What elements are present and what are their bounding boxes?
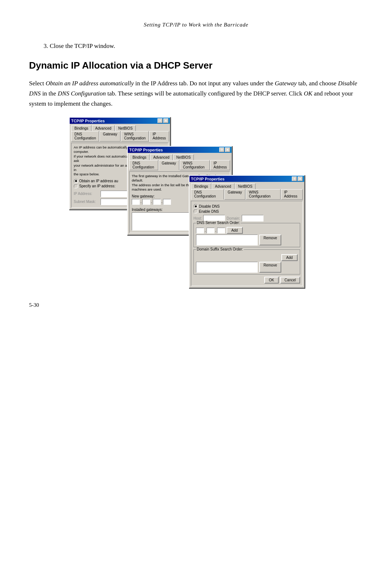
dialog3-body: Bindings Advanced NetBIOS DNS Configurat… [189,182,304,288]
radio-obtain-label: Obtain an IP address au [79,179,118,183]
dialog-dns: TCP/IP Properties ? ✕ Bindings Advanced … [189,175,305,288]
radio-specify-label: Specify an IP address: [79,184,115,188]
gateway-octet2[interactable] [142,199,150,205]
radio-obtain-dot [74,179,78,183]
tab-gateway-3[interactable]: Gateway [224,189,245,200]
dialog2-controls: ? ✕ [219,147,230,152]
dns-octet2[interactable] [207,228,215,233]
gateway-octet3[interactable] [153,199,161,205]
dialog3-controls: ? ✕ [292,176,303,181]
radio-enable-label: Enable DNS [199,209,219,213]
dialog3-tab-row2: DNS Configuration Gateway WINS Configura… [191,189,303,200]
domain-list-row: Remove [196,262,298,273]
host-label: Host: [193,216,202,220]
domain-label: Domain: [226,216,240,220]
subnet-mask-input[interactable] [101,199,130,205]
tab-ip-address-3[interactable]: IP Address [281,189,303,200]
dialog3-tabs: Bindings Advanced NetBIOS DNS Configurat… [191,183,303,199]
dialog1-tab-row2: DNS Configuration Gateway WINS Configura… [71,131,168,142]
tab-advanced-1[interactable]: Advanced [92,125,114,131]
ok-button[interactable]: OK [264,277,279,284]
dialog3-buttons: OK Cancel [193,277,300,284]
dialogs-container: TCP/IP Properties ? ✕ Bindings Advanced … [69,117,323,273]
tab-advanced-2[interactable]: Advanced [150,154,172,160]
tab-bindings-3[interactable]: Bindings [191,183,211,190]
dialog1-help-btn[interactable]: ? [158,118,163,123]
tab-dns-config-1[interactable]: DNS Configuration [71,131,99,142]
domain-add-row: Add [196,254,298,261]
page-number: 5-30 [29,302,363,308]
dialog2-tab-row1: Bindings Advanced NetBIOS [129,154,230,160]
installed-gateways-list[interactable] [132,212,190,231]
radio-enable-dns[interactable]: Enable DNS [193,209,300,213]
gateway-octet1[interactable] [132,199,140,205]
tab-wins-2[interactable]: WINS Configuration [180,160,210,170]
tab-netbios-3[interactable]: NetBIOS [235,183,256,190]
dns-server-group: DNS Server Search Order: . . Add [193,223,300,247]
tab-bindings-2[interactable]: Bindings [129,154,150,160]
radio-disable-dot [193,204,198,208]
dns-server-label: DNS Server Search Order: [196,221,241,225]
dialog2-help-btn[interactable]: ? [219,147,224,152]
dialog1-close-btn[interactable]: ✕ [163,118,168,123]
dialog2-title: TCP/IP Properties [129,148,163,152]
dialog1-tab-row1: Bindings Advanced NetBIOS [71,125,168,131]
tab-dns-config-3[interactable]: DNS Configuration [191,189,224,200]
dialog3-title: TCP/IP Properties [191,177,225,181]
dialog1-tabs: Bindings Advanced NetBIOS DNS Configurat… [71,125,168,141]
dialog3-close-btn[interactable]: ✕ [298,176,303,181]
dns-remove-btn[interactable]: Remove [259,235,281,245]
dialog1-titlebar: TCP/IP Properties ? ✕ [70,118,170,124]
tab-netbios-2[interactable]: NetBIOS [173,154,194,160]
tab-wins-1[interactable]: WINS Configuration [121,131,149,142]
ip-address-label: IP Address: [74,192,99,196]
section-heading: Dynamic IP Allocation via a DHCP Server [29,60,363,71]
dns-server-list[interactable] [196,235,258,245]
domain-suffix-group: Domain Suffix Search Order: Add Remove [193,249,300,274]
dialog3-titlebar: TCP/IP Properties ? ✕ [189,176,304,182]
tab-gateway-2[interactable]: Gateway [159,160,179,170]
dialog1-controls: ? ✕ [158,118,168,123]
subnet-mask-label: Subnet Mask: [74,200,99,204]
tab-gateway-1[interactable]: Gateway [99,131,120,142]
radio-disable-label: Disable DNS [199,204,220,208]
tab-ip-address-2[interactable]: IP Address [210,160,230,170]
body-text: Select Obtain an IP address automaticall… [29,78,363,109]
page-header: Setting TCP/IP to Work with the Barricad… [29,22,363,28]
dialog1-title: TCP/IP Properties [71,119,105,123]
dialog2-tab-row2: DNS Configuration Gateway WINS Configura… [129,160,230,170]
step-3-text: 3. Close the TCP/IP window. [44,42,363,50]
domain-input[interactable] [242,215,264,221]
tab-ip-address-1[interactable]: IP Address [149,131,169,142]
dialog2-close-btn[interactable]: ✕ [225,147,230,152]
radio-disable-dns[interactable]: Disable DNS [193,204,300,208]
gateway-octet4[interactable] [163,199,171,205]
tab-wins-3[interactable]: WINS Configuration [246,189,281,200]
dialog2-tabs: Bindings Advanced NetBIOS DNS Configurat… [129,154,230,170]
domain-add-btn[interactable]: Add [281,254,298,261]
dns-list-row: Remove [196,235,298,245]
ip-address-input[interactable] [101,191,130,197]
dns-add-btn[interactable]: Add [226,227,243,234]
dialog3-tab-row1: Bindings Advanced NetBIOS [191,183,303,190]
dns-octet1[interactable] [196,228,204,233]
radio-specify-dot [74,184,78,188]
domain-remove-btn[interactable]: Remove [259,262,281,273]
dns-dotted-input: . . [196,228,225,233]
domain-suffix-label: Domain Suffix Search Order: [196,247,244,251]
radio-enable-dot [193,209,198,213]
dialog3-content: Disable DNS Enable DNS Host: Domain: DNS… [191,201,303,286]
tab-netbios-1[interactable]: NetBIOS [115,125,136,131]
tab-bindings[interactable]: Bindings [71,125,91,131]
cancel-button[interactable]: Cancel [280,277,300,284]
dialog3-help-btn[interactable]: ? [292,176,297,181]
dns-octet3[interactable] [217,228,225,233]
dialog2-titlebar: TCP/IP Properties ? ✕ [128,147,232,153]
tab-advanced-3[interactable]: Advanced [212,183,234,190]
domain-suffix-list[interactable] [196,262,258,273]
tab-dns-config-2[interactable]: DNS Configuration [129,160,158,170]
dns-input-row: . . Add [196,227,298,234]
